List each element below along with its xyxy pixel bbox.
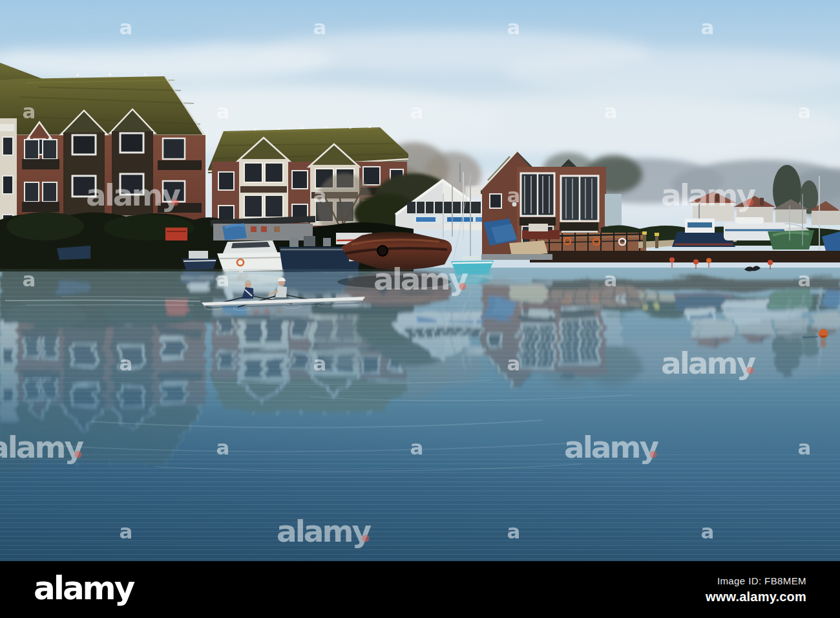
watermark-alamy: alamy (661, 345, 756, 381)
alamy-logo: alamy (34, 572, 133, 604)
watermark-a: a (798, 436, 812, 459)
watermark-a: a (120, 352, 133, 375)
watermark-dot (747, 199, 754, 206)
watermark-a: a (23, 268, 36, 291)
watermark-dot (362, 535, 370, 542)
watermark-a: a (798, 268, 812, 291)
watermark-dot (459, 283, 467, 290)
watermark-dot (747, 367, 754, 374)
watermark-a: a (604, 268, 618, 291)
watermark-dot (650, 451, 657, 458)
watermark-alamy: alamy (277, 513, 372, 549)
watermark-a: a (701, 16, 715, 39)
photo: aaaaaaaaaaaaaaaaaaaaaaaaalamyalamyalamya… (0, 0, 840, 561)
watermark-a: a (120, 520, 133, 543)
stock-photo-page: aaaaaaaaaaaaaaaaaaaaaaaaalamyalamyalamya… (0, 0, 840, 618)
watermark-a: a (216, 268, 230, 291)
watermark-a: a (216, 436, 230, 459)
watermark-alamy: alamy (373, 261, 468, 297)
watermark-alamy: alamy (564, 429, 659, 465)
image-id: Image ID: FB8MEM (706, 575, 806, 586)
watermark-a: a (313, 184, 327, 207)
watermark-alamy: alamy (86, 177, 181, 213)
watermark-a: a (313, 16, 327, 39)
watermark-alamy: alamy (0, 429, 83, 465)
watermark-a: a (798, 100, 812, 123)
watermark-a: a (507, 184, 521, 207)
watermark-alamy: alamy (661, 177, 756, 213)
watermark-a: a (313, 352, 327, 375)
watermark-a: a (410, 100, 424, 123)
watermark-dot (75, 451, 82, 458)
watermark-a: a (410, 436, 424, 459)
footer-bar: alamy Image ID: FB8MEM www.alamy.com (0, 561, 840, 618)
watermark-a: a (701, 520, 715, 543)
watermark-a: a (23, 100, 36, 123)
watermark-a: a (216, 100, 230, 123)
alamy-url: www.alamy.com (706, 590, 806, 604)
watermark-a: a (507, 520, 521, 543)
watermark-dot (172, 199, 179, 206)
watermark-a: a (604, 100, 618, 123)
water-reflections (0, 266, 840, 561)
watermark-a: a (507, 352, 521, 375)
watermark-a: a (120, 16, 133, 39)
watermark-a: a (507, 16, 521, 39)
